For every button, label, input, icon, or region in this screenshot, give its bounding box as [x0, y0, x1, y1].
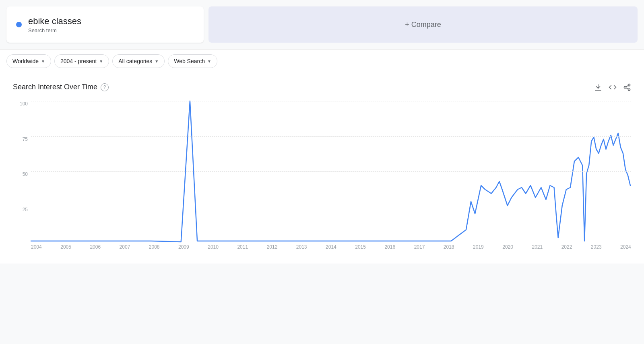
chart-area	[31, 101, 631, 242]
time-range-filter[interactable]: 2004 - present ▼	[54, 54, 109, 68]
x-label-2017: 2017	[414, 244, 425, 250]
compare-label: + Compare	[405, 21, 441, 29]
x-label-2006: 2006	[90, 244, 101, 250]
help-icon[interactable]: ?	[101, 83, 109, 91]
search-type-chevron-icon: ▼	[207, 59, 211, 64]
svg-line-3	[626, 88, 628, 89]
x-label-2012: 2012	[267, 244, 278, 250]
time-range-filter-label: 2004 - present	[60, 58, 97, 64]
x-label-2008: 2008	[149, 244, 160, 250]
search-type-filter[interactable]: Web Search ▼	[168, 54, 217, 68]
grid-line-25	[31, 207, 631, 207]
x-label-2014: 2014	[326, 244, 336, 250]
svg-line-4	[626, 85, 628, 87]
x-label-2020: 2020	[502, 244, 513, 250]
x-label-2023: 2023	[591, 244, 602, 250]
y-label-100: 100	[20, 101, 28, 107]
y-label-75: 75	[23, 136, 28, 142]
grid-line-50	[31, 171, 631, 172]
download-button[interactable]	[594, 83, 602, 91]
chart-actions	[594, 83, 631, 91]
svg-point-2	[628, 89, 630, 91]
search-term-card: ebike classes Search term	[6, 6, 204, 43]
x-label-2018: 2018	[444, 244, 454, 250]
x-label-2007: 2007	[120, 244, 130, 250]
x-label-2016: 2016	[384, 244, 395, 250]
location-filter-label: Worldwide	[12, 58, 39, 64]
x-label-2005: 2005	[60, 244, 71, 250]
category-filter-label: All categories	[118, 58, 152, 64]
chart-section: Search Interest Over Time ?	[0, 73, 644, 264]
term-type: Search term	[28, 27, 81, 33]
search-term-text: ebike classes Search term	[28, 16, 81, 33]
x-label-2011: 2011	[237, 244, 248, 250]
time-range-chevron-icon: ▼	[99, 59, 103, 64]
grid-line-100	[31, 101, 631, 101]
term-name: ebike classes	[28, 16, 81, 27]
compare-card[interactable]: + Compare	[208, 6, 638, 43]
search-type-filter-label: Web Search	[174, 58, 205, 64]
category-filter[interactable]: All categories ▼	[112, 54, 165, 68]
chart-title-group: Search Interest Over Time ?	[13, 83, 109, 91]
svg-point-0	[628, 84, 630, 86]
category-chevron-icon: ▼	[155, 59, 159, 64]
x-label-2021: 2021	[532, 244, 543, 250]
y-axis: 100 75 50 25	[13, 101, 31, 242]
grid-line-75	[31, 136, 631, 137]
location-chevron-icon: ▼	[41, 59, 45, 64]
y-label-25: 25	[23, 207, 28, 212]
x-label-2013: 2013	[296, 244, 307, 250]
location-filter[interactable]: Worldwide ▼	[6, 54, 51, 68]
x-label-2010: 2010	[208, 244, 219, 250]
x-label-2022: 2022	[561, 244, 572, 250]
chart-container: 100 75 50 25 2004 2005 2006	[13, 101, 631, 254]
term-color-dot	[16, 22, 22, 27]
x-label-2015: 2015	[355, 244, 366, 250]
x-axis: 2004 2005 2006 2007 2008 2009 2010 2011 …	[31, 242, 631, 254]
share-button[interactable]	[623, 83, 631, 91]
embed-button[interactable]	[609, 83, 617, 91]
x-label-2004: 2004	[31, 244, 42, 250]
filters-section: Worldwide ▼ 2004 - present ▼ All categor…	[0, 49, 644, 73]
svg-point-1	[624, 86, 626, 88]
x-label-2024: 2024	[620, 244, 631, 250]
chart-header: Search Interest Over Time ?	[13, 83, 631, 91]
y-label-50: 50	[23, 171, 28, 177]
x-label-2009: 2009	[178, 244, 189, 250]
chart-title: Search Interest Over Time	[13, 83, 97, 91]
x-label-2019: 2019	[473, 244, 484, 250]
